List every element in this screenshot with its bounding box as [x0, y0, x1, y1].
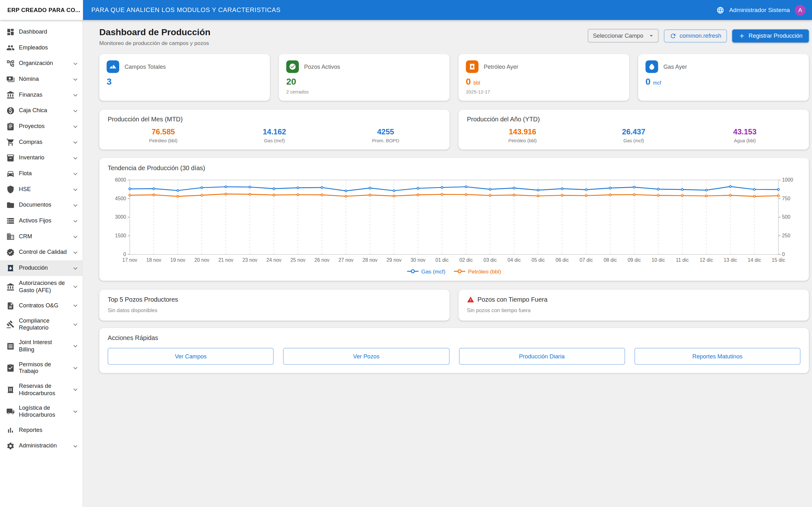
sidebar-item-activos-fijos[interactable]: Activos Fijos: [0, 213, 83, 229]
sidebar-item-compliance-regulatorio[interactable]: Compliance Regulatorio: [0, 314, 83, 335]
sidebar-item-administracion[interactable]: Administración: [0, 438, 83, 454]
stat-card-value-row: 20: [286, 77, 442, 87]
chevron-down-icon: [71, 407, 79, 415]
quality-control-icon: [6, 248, 14, 257]
svg-text:1500: 1500: [115, 233, 126, 238]
finance-icon: [6, 91, 14, 99]
legend-item-petr-leo-bbl[interactable]: Petróleo (bbl): [454, 268, 501, 274]
field-select[interactable]: Seleccionar Campo: [588, 29, 659, 43]
sidebar-item-label: Caja Chica: [19, 107, 67, 114]
chevron-down-icon: [71, 154, 79, 162]
svg-text:11 dic: 11 dic: [676, 257, 689, 263]
chevron-down-icon: [71, 91, 79, 99]
sidebar-item-label: Producción: [19, 265, 67, 272]
topbar: ERP CREADO PARA CO... PARA QUE ANALICEN …: [0, 0, 812, 20]
chevron-down-icon: [71, 138, 79, 146]
dashboard-icon: [6, 28, 14, 36]
chevron-down-icon: [71, 233, 79, 240]
chevron-down-icon: [71, 283, 79, 291]
svg-text:13 dic: 13 dic: [724, 257, 737, 263]
svg-text:17 nov: 17 nov: [122, 257, 137, 263]
sidebar-item-flota[interactable]: Flota: [0, 166, 83, 181]
sidebar-item-permisos-de-trabajo[interactable]: Permisos de Trabajo: [0, 357, 83, 379]
stat-card-value-row: 0bbl: [466, 77, 622, 87]
sidebar-item-hse[interactable]: HSE: [0, 181, 83, 198]
contracts-icon: [6, 301, 14, 309]
sidebar-item-empleados[interactable]: Empleados: [0, 40, 83, 56]
sidebar-item-finanzas[interactable]: Finanzas: [0, 87, 83, 103]
stat-card-value-row: 3: [107, 77, 263, 87]
sidebar-item-crm[interactable]: CRM: [0, 229, 83, 245]
summary-metric: 76.585Petróleo (bbl): [107, 127, 219, 143]
crm-icon: [6, 233, 14, 241]
quick-actions-grid: Ver CamposVer PozosProducción DiariaRepo…: [107, 348, 800, 365]
sidebar-item-afe[interactable]: Autorizaciones de Gasto (AFE): [0, 276, 83, 298]
employees-icon: [6, 43, 14, 52]
stat-card-label: Pozos Activos: [304, 63, 340, 70]
sidebar-item-inventario[interactable]: Inventario: [0, 150, 83, 166]
chevron-down-icon: [71, 75, 79, 83]
layout: DashboardEmpleadosOrganizaciónNóminaFina…: [0, 20, 812, 507]
metric-value: 76.585: [107, 127, 219, 135]
chevron-down-icon: [71, 264, 79, 272]
bottom-panels-row: Top 5 Pozos Productores Sin datos dispon…: [99, 290, 809, 321]
svg-text:3000: 3000: [115, 214, 126, 220]
stat-card-value: 0: [466, 77, 471, 87]
compliance-gavel-icon: [6, 320, 14, 329]
sidebar-item-logistica-de-hidrocarburos[interactable]: Logística de Hidrocarburos: [0, 400, 83, 422]
stat-card-value: 3: [107, 77, 112, 87]
sidebar-item-control-de-calidad[interactable]: Control de Calidad: [0, 245, 83, 261]
sidebar-item-organizacion[interactable]: Organización: [0, 56, 83, 72]
ver-pozos-button[interactable]: Ver Pozos: [283, 348, 450, 365]
sidebar-item-reservas-de-hidrocarburos[interactable]: Reservas de Hidrocarburos: [0, 379, 83, 401]
sidebar-item-nomina[interactable]: Nómina: [0, 71, 83, 87]
legend-item-gas-mcf[interactable]: Gas (mcf): [407, 268, 445, 274]
svg-text:4500: 4500: [115, 196, 126, 201]
globe-icon[interactable]: [716, 6, 724, 14]
sidebar-item-joint-interest-billing[interactable]: Joint Interest Billing: [0, 335, 83, 357]
sidebar-item-label: Proyectos: [19, 123, 67, 130]
chevron-down-icon: [71, 201, 79, 209]
downtime-title-row: Pozos con Tiempo Fuera: [467, 296, 800, 303]
svg-text:03 dic: 03 dic: [484, 257, 497, 263]
produccion-diaria-button[interactable]: Producción Diaria: [459, 348, 625, 365]
quick-actions-card: Acciones Rápidas Ver CamposVer PozosProd…: [99, 328, 809, 373]
chevron-down-icon: [71, 60, 79, 67]
sidebar-item-contratos-og[interactable]: Contratos O&G: [0, 298, 83, 314]
sidebar-item-reportes[interactable]: Reportes: [0, 422, 83, 438]
svg-text:21 nov: 21 nov: [218, 257, 233, 263]
summary-card-ytd: Producción del Año (YTD)143.916Petróleo …: [459, 110, 809, 150]
topbar-right: Administrador Sistema A: [716, 0, 812, 20]
app-logo[interactable]: ERP CREADO PARA CO...: [0, 0, 83, 20]
register-production-button[interactable]: Registrar Producción: [732, 29, 809, 42]
summary-metrics: 143.916Petróleo (bbl)26.437Gas (mcf)43.1…: [467, 127, 800, 143]
ver-campos-button[interactable]: Ver Campos: [107, 348, 274, 365]
sidebar: DashboardEmpleadosOrganizaciónNóminaFina…: [0, 20, 83, 507]
downtime-empty-text: Sin pozos con tiempo fuera: [467, 307, 800, 313]
legend-label: Petróleo (bbl): [468, 268, 501, 274]
sidebar-item-produccion[interactable]: Producción: [0, 260, 83, 276]
reportes-matutinos-button[interactable]: Reportes Matutinos: [635, 348, 801, 365]
summary-metric: 26.437Gas (mcf): [578, 127, 690, 143]
administration-gear-icon: [6, 442, 14, 450]
avatar[interactable]: A: [795, 4, 806, 15]
top-wells-empty-text: Sin datos disponibles: [107, 307, 441, 313]
sidebar-item-compras[interactable]: Compras: [0, 134, 83, 150]
petty-cash-icon: [6, 107, 14, 115]
metric-value: 43.153: [689, 127, 801, 135]
sidebar-item-documentos[interactable]: Documentos: [0, 198, 83, 213]
sidebar-item-caja-chica[interactable]: Caja Chica: [0, 103, 83, 119]
page-title-block: Dashboard de Producción Monitoreo de pro…: [99, 27, 210, 46]
sidebar-item-label: Reservas de Hidrocarburos: [19, 383, 67, 397]
svg-text:27 nov: 27 nov: [339, 257, 353, 263]
metric-value: 26.437: [578, 127, 690, 135]
svg-text:04 dic: 04 dic: [507, 257, 521, 263]
stat-card-label: Campos Totales: [124, 63, 165, 70]
sidebar-item-label: Permisos de Trabajo: [19, 360, 67, 375]
sidebar-item-dashboard[interactable]: Dashboard: [0, 24, 83, 40]
refresh-button[interactable]: common.refresh: [664, 29, 727, 42]
sidebar-item-label: HSE: [19, 186, 67, 193]
sidebar-item-proyectos[interactable]: Proyectos: [0, 118, 83, 134]
user-name[interactable]: Administrador Sistema: [729, 7, 790, 13]
app-root: ERP CREADO PARA CO... PARA QUE ANALICEN …: [0, 0, 812, 507]
